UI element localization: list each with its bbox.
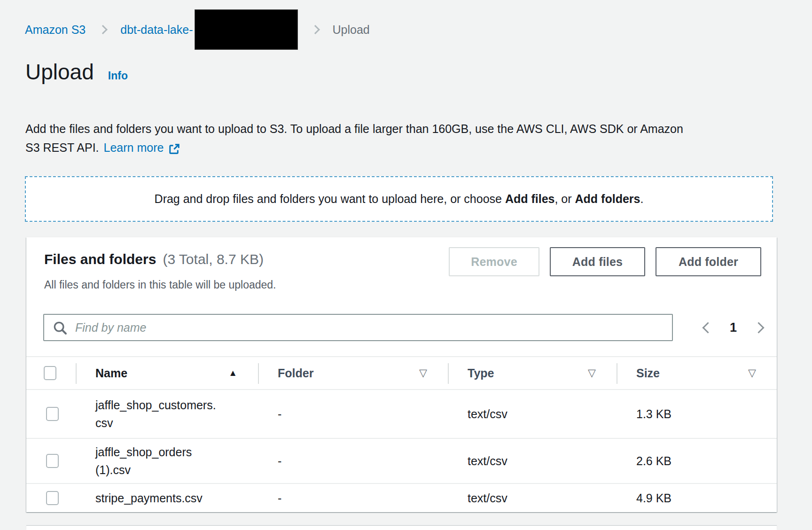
drag-drop-upload-zone[interactable]: Drag and drop files and folders you want… — [25, 176, 773, 222]
external-link-icon — [168, 141, 180, 154]
cell-size: 1.3 KB — [617, 407, 777, 421]
next-panel-top-edge — [26, 526, 777, 530]
next-page-button[interactable] — [753, 322, 764, 333]
column-header-folder[interactable]: Folder ▽ — [258, 357, 448, 389]
table-row: stripe_payments.csv - text/csv 4.9 KB — [26, 484, 777, 512]
panel-header: Files and folders (3 Total, 8.7 KB) — [44, 251, 264, 267]
column-header-type[interactable]: Type ▽ — [448, 357, 617, 389]
breadcrumb-bucket-link[interactable]: dbt-data-lake- — [120, 23, 193, 37]
page-title: Upload — [25, 59, 94, 85]
cell-name: jaffle_shop_customers.csv — [76, 396, 258, 432]
info-link[interactable]: Info — [108, 70, 128, 82]
panel-actions: Remove Add files Add folder — [449, 247, 761, 276]
sort-toggle-icon: ▽ — [748, 367, 756, 379]
select-all-cell — [26, 357, 76, 389]
row-checkbox[interactable] — [46, 491, 59, 505]
remove-button[interactable]: Remove — [449, 247, 539, 276]
panel-subtitle: All files and folders in this table will… — [44, 279, 276, 291]
search-box — [43, 314, 673, 341]
dropzone-text: Drag and drop files and folders you want… — [155, 192, 644, 206]
intro-line-2: S3 REST API. Learn more — [25, 138, 683, 157]
cell-size: 2.6 KB — [617, 454, 777, 468]
learn-more-link[interactable]: Learn more — [104, 138, 164, 157]
breadcrumb-amazon-s3-link[interactable]: Amazon S3 — [25, 23, 86, 37]
row-select-cell — [26, 454, 76, 468]
cell-type: text/csv — [448, 491, 617, 505]
column-label-size: Size — [636, 366, 660, 380]
column-header-size[interactable]: Size ▽ — [617, 357, 777, 389]
breadcrumb: Amazon S3 dbt-data-lake- Upload — [25, 8, 370, 51]
add-folder-button[interactable]: Add folder — [656, 247, 761, 276]
sort-ascending-icon: ▲ — [228, 368, 237, 378]
cell-folder: - — [258, 454, 448, 468]
cell-folder: - — [258, 407, 448, 421]
files-table: Name ▲ Folder ▽ Type ▽ Size ▽ jaffl — [26, 356, 777, 512]
sort-toggle-icon: ▽ — [419, 367, 427, 379]
cell-name: stripe_payments.csv — [76, 489, 258, 507]
pagination: 1 — [704, 320, 763, 335]
column-header-name[interactable]: Name ▲ — [76, 357, 258, 389]
table-row: jaffle_shop_customers.csv - text/csv 1.3… — [26, 390, 777, 439]
table-row: jaffle_shop_orders (1).csv - text/csv 2.… — [26, 439, 777, 484]
breadcrumb-current-page: Upload — [333, 23, 370, 37]
select-all-checkbox[interactable] — [44, 366, 56, 380]
files-and-folders-panel: Files and folders (3 Total, 8.7 KB) All … — [26, 237, 777, 512]
previous-page-button[interactable] — [702, 322, 713, 333]
add-files-button[interactable]: Add files — [550, 247, 645, 276]
row-checkbox[interactable] — [46, 407, 59, 421]
s3-upload-page: Amazon S3 dbt-data-lake- Upload Upload I… — [0, 0, 812, 530]
panel-title: Files and folders — [44, 251, 156, 267]
row-select-cell — [26, 491, 76, 505]
intro-line-1: Add the files and folders you want to up… — [25, 119, 683, 138]
panel-count-summary: (3 Total, 8.7 KB) — [163, 251, 264, 267]
search-input[interactable] — [44, 315, 672, 340]
search-row: 1 — [43, 313, 763, 342]
chevron-right-icon — [98, 25, 108, 34]
current-page-number[interactable]: 1 — [730, 320, 737, 335]
redacted-bucket-name — [195, 9, 298, 50]
row-checkbox[interactable] — [46, 454, 59, 468]
cell-type: text/csv — [448, 407, 617, 421]
table-header-row: Name ▲ Folder ▽ Type ▽ Size ▽ — [26, 356, 777, 390]
search-icon — [53, 321, 67, 335]
cell-size: 4.9 KB — [617, 491, 777, 505]
column-label-folder: Folder — [278, 366, 313, 380]
column-label-name: Name — [95, 366, 127, 380]
cell-folder: - — [258, 491, 448, 505]
cell-name: jaffle_shop_orders (1).csv — [76, 443, 258, 479]
chevron-right-icon — [311, 25, 320, 34]
column-label-type: Type — [468, 366, 494, 380]
cell-type: text/csv — [448, 454, 617, 468]
row-select-cell — [26, 407, 76, 421]
page-title-row: Upload Info — [25, 59, 128, 85]
sort-toggle-icon: ▽ — [588, 367, 596, 379]
intro-paragraph: Add the files and folders you want to up… — [25, 119, 683, 157]
intro-line-2-text: S3 REST API. — [25, 138, 99, 157]
